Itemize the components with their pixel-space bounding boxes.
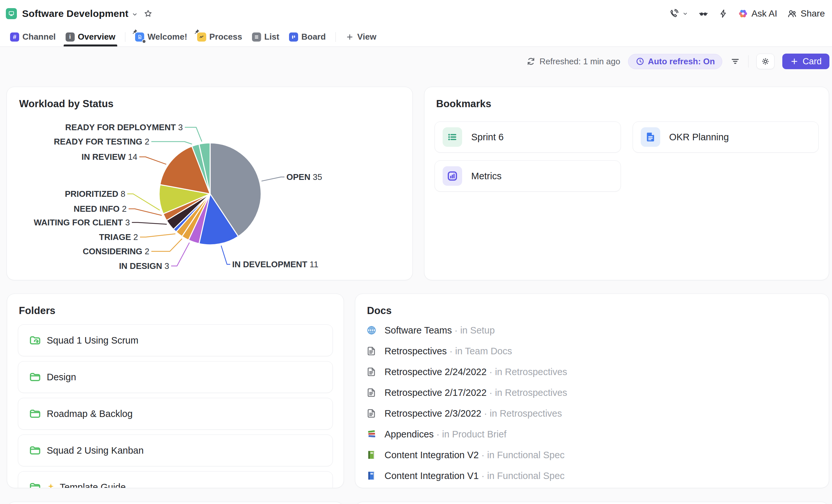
doc-location: · in Setup bbox=[454, 325, 495, 336]
tab-welcome[interactable]: Welcome! bbox=[135, 27, 187, 47]
doc-blue-icon bbox=[135, 32, 144, 42]
docs-card: Docs Software Teams · in Setup Retrospec… bbox=[355, 294, 829, 488]
doc-title: Retrospective 2/3/2022 · in Retrospectiv… bbox=[385, 408, 562, 419]
tab-overview[interactable]: i Overview bbox=[66, 27, 115, 47]
overview-content: Refreshed: 1 min ago Auto refresh: On Ca… bbox=[0, 47, 832, 504]
bookmark-label: Metrics bbox=[471, 171, 501, 182]
partial-card bbox=[7, 502, 344, 504]
doc-gray-icon bbox=[366, 388, 378, 398]
overview-toolbar: Refreshed: 1 min ago Auto refresh: On Ca… bbox=[526, 54, 829, 69]
workload-by-status-card: Workload by Status OPEN 35IN DEVELOPMENT… bbox=[6, 87, 413, 280]
pie-leader-line bbox=[127, 194, 160, 210]
toolbar-divider bbox=[748, 55, 749, 68]
workspace-title[interactable]: Software Development bbox=[22, 8, 128, 19]
bookmarks-card: Bookmarks Sprint 6 OKR Planning Metrics bbox=[424, 87, 829, 280]
pie-leader-line bbox=[139, 157, 166, 164]
add-card-button[interactable]: Card bbox=[782, 54, 829, 69]
call-chevron-down-icon bbox=[682, 10, 688, 17]
top-bar: Software Development Ask AI Shar bbox=[0, 0, 832, 27]
doc-row[interactable]: Content Integration V2 · in Functional S… bbox=[366, 445, 818, 466]
book-green-icon bbox=[366, 450, 378, 460]
doc-gray-icon bbox=[366, 408, 378, 419]
people-icon bbox=[787, 8, 797, 19]
pie-leader-line bbox=[151, 239, 182, 251]
folder-tile[interactable]: Design bbox=[18, 361, 333, 393]
doc-row[interactable]: Retrospective 2/24/2022 · in Retrospecti… bbox=[366, 362, 818, 382]
doc-row[interactable]: Retrospectives · in Team Docs bbox=[366, 341, 818, 362]
tab-process[interactable]: Process bbox=[197, 27, 242, 47]
pie-slice-label: READY FOR TESTING 2 bbox=[54, 137, 149, 147]
pie-leader-line bbox=[129, 209, 162, 215]
doc-title: Content Integration V1 · in Functional S… bbox=[385, 471, 565, 481]
auto-refresh-toggle[interactable]: Auto refresh: On bbox=[628, 54, 723, 69]
auto-refresh-label: Auto refresh: On bbox=[648, 56, 715, 67]
filter-button[interactable] bbox=[730, 56, 740, 67]
tab-board[interactable]: Board bbox=[289, 27, 326, 47]
favorite-star-icon[interactable] bbox=[144, 9, 153, 18]
refreshed-label: Refreshed: 1 min ago bbox=[539, 56, 620, 67]
pie-leader-line bbox=[171, 243, 189, 266]
partial-card bbox=[355, 502, 829, 504]
refresh-status: Refreshed: 1 min ago bbox=[526, 56, 620, 67]
add-card-label: Card bbox=[802, 56, 822, 67]
gear-icon bbox=[760, 56, 770, 66]
ask-ai-button[interactable]: Ask AI bbox=[738, 8, 777, 19]
add-view-button[interactable]: View bbox=[345, 27, 376, 47]
share-label: Share bbox=[801, 8, 825, 19]
lightning-bolt-icon bbox=[718, 9, 728, 19]
incognito-mask-button[interactable] bbox=[698, 8, 709, 19]
folder-label: Design bbox=[47, 372, 76, 382]
pie-leader-line bbox=[140, 234, 175, 237]
pie-slice-label: OPEN 35 bbox=[286, 172, 322, 182]
doc-row[interactable]: Appendices · in Product Brief bbox=[366, 424, 818, 445]
bookmark-tile[interactable]: Sprint 6 bbox=[435, 122, 621, 153]
folder-tile[interactable]: Roadmap & Backlog bbox=[18, 398, 333, 430]
pie-slice-label: CONSIDERING 2 bbox=[83, 246, 149, 256]
pie-leader-line bbox=[261, 177, 284, 181]
folder-tile[interactable]: Squad 1 Using Scrum bbox=[18, 324, 333, 356]
bookmark-tile[interactable]: OKR Planning bbox=[632, 122, 819, 153]
doc-title: Retrospective 2/17/2022 · in Retrospecti… bbox=[385, 388, 567, 398]
pie-slice-label: IN DEVELOPMENT 11 bbox=[232, 260, 318, 269]
doc-title: Software Teams · in Setup bbox=[385, 325, 495, 336]
tab-list[interactable]: List bbox=[252, 27, 279, 47]
docs-card-title: Docs bbox=[367, 305, 392, 317]
doc-row[interactable]: Content Integration V1 · in Functional S… bbox=[366, 466, 818, 486]
settings-button[interactable] bbox=[756, 54, 775, 69]
call-button[interactable] bbox=[669, 9, 688, 19]
doc-location: · in Retrospectives bbox=[489, 367, 567, 377]
scribble-icon bbox=[197, 32, 206, 42]
workspace-chevron-down-icon[interactable] bbox=[131, 11, 138, 18]
doc-row[interactable]: Software Teams · in Setup bbox=[366, 320, 818, 341]
folder-label: Roadmap & Backlog bbox=[47, 408, 132, 419]
pie-leader-line bbox=[221, 245, 230, 264]
folder-label: Template Guide bbox=[47, 482, 126, 488]
doc-location: · in Retrospectives bbox=[489, 388, 567, 398]
hash-icon: # bbox=[10, 32, 19, 42]
doc-title: Appendices · in Product Brief bbox=[385, 429, 506, 440]
pie-slice-label: IN DESIGN 3 bbox=[119, 261, 169, 271]
folder-label: Squad 1 Using Scrum bbox=[47, 335, 138, 346]
doc-gray-icon bbox=[366, 367, 378, 377]
bookmark-tile[interactable]: Metrics bbox=[435, 160, 621, 192]
pie-slice-label: IN REVIEW 14 bbox=[81, 152, 137, 162]
pie-slice-label: NEED INFO 2 bbox=[74, 204, 127, 214]
share-button[interactable]: Share bbox=[787, 8, 825, 19]
ask-ai-label: Ask AI bbox=[751, 8, 777, 19]
globe-icon bbox=[366, 325, 378, 336]
pin-icon bbox=[132, 29, 138, 35]
automations-button[interactable] bbox=[718, 9, 728, 19]
buddy-icon bbox=[142, 39, 146, 44]
pie-leader-line bbox=[185, 127, 202, 141]
tab-channel[interactable]: # Channel bbox=[10, 27, 56, 47]
doc-row[interactable]: Retrospective 2/17/2022 · in Retrospecti… bbox=[366, 382, 818, 403]
folder-tile[interactable]: Template Guide bbox=[18, 471, 333, 488]
phone-icon bbox=[669, 9, 679, 19]
bookmarks-card-title: Bookmarks bbox=[436, 98, 491, 110]
list-icon bbox=[252, 32, 261, 42]
doc-location: · in Product Brief bbox=[437, 429, 506, 440]
folder-tile[interactable]: Squad 2 Using Kanban bbox=[18, 434, 333, 466]
pie-slice-label: READY FOR DEPLOYMENT 3 bbox=[65, 123, 183, 132]
plus-icon bbox=[790, 57, 799, 65]
doc-row[interactable]: Retrospective 2/3/2022 · in Retrospectiv… bbox=[366, 403, 818, 424]
